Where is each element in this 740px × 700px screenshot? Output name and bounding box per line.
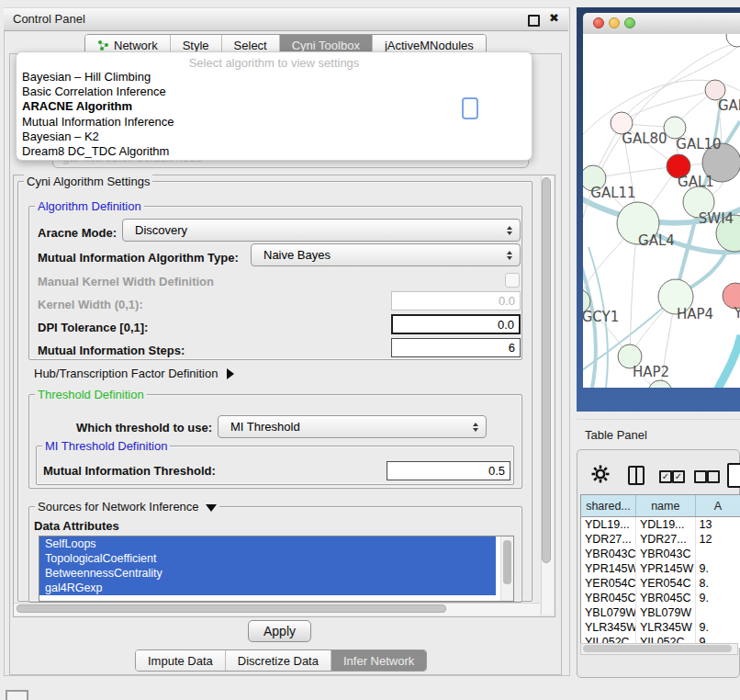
table-cell: 9. [696, 620, 740, 635]
node-label-gcy1: GCY1 [583, 309, 619, 325]
background-combo-fragment [462, 97, 478, 119]
mi-threshold-label: Mutual Information Threshold: [43, 464, 216, 478]
sources-legend-label: Sources for Network Inference [38, 500, 199, 514]
spinner-arrows-icon [473, 423, 478, 432]
screen: Control Panel ✖ NetworkStyleSelectCyni T… [0, 0, 740, 700]
hub-definition-expander[interactable]: Hub/Transcription Factor Definition [34, 367, 234, 380]
kernel-width-field[interactable]: 0.0 [391, 291, 521, 310]
new-column-icon[interactable] [727, 463, 740, 488]
table-header-row: shared...nameA [581, 494, 740, 517]
network-node[interactable] [726, 34, 740, 47]
apply-button[interactable]: Apply [248, 620, 311, 642]
attribute-item-selfloops[interactable]: SelfLoops [39, 536, 496, 551]
tab-infer-network[interactable]: Infer Network [331, 650, 426, 671]
manual-kernel-checkbox[interactable] [505, 273, 520, 288]
table-cell: YBR045C [636, 591, 696, 605]
node-label-gal1: GAL1 [678, 174, 714, 190]
which-threshold-select[interactable]: MI Threshold [218, 415, 487, 438]
close-traffic-light[interactable] [593, 17, 604, 28]
network-node[interactable] [648, 380, 672, 388]
table-row[interactable]: YBL079WYBL079W [581, 605, 740, 620]
panel-divider [577, 419, 740, 420]
table-cell: YDL19... [581, 517, 636, 532]
deselect-column-icon[interactable] [707, 470, 720, 483]
mi-threshold-field[interactable]: 0.5 [387, 461, 510, 480]
split-view-icon[interactable] [628, 466, 645, 485]
cyni-settings-legend: Cyni Algorithm Settings [24, 175, 152, 188]
mi-steps-label: Mutual Information Steps: [38, 344, 185, 357]
algorithm-option-dream8-dc-tdc-algorithm[interactable]: Dream8 DC_TDC Algorithm [17, 144, 532, 159]
network-canvas[interactable]: GALGAL80GAL10GAL1GAL11SWI4GAL4GCY1HAP4YH… [583, 34, 740, 388]
close-icon[interactable]: ✖ [549, 11, 559, 25]
tab-impute-data[interactable]: Impute Data [136, 650, 225, 671]
column-header-shared[interactable]: shared... [581, 495, 636, 516]
table-cell: 13 [696, 517, 740, 532]
data-attributes-list[interactable]: SelfLoopsTopologicalCoefficientBetweenne… [39, 536, 514, 602]
table-cell [696, 547, 740, 561]
aracne-mode-label: Aracne Mode: [38, 226, 117, 240]
table-cell: YER054C [581, 576, 636, 591]
mi-type-label: Mutual Information Algorithm Type: [38, 251, 239, 265]
aracne-mode-value: Discovery [135, 223, 187, 237]
deselect-column-icon[interactable] [694, 470, 707, 483]
node-label-gal80: GAL80 [622, 130, 667, 147]
tab-discretize-data[interactable]: Discretize Data [225, 650, 331, 671]
minimized-panel-icon[interactable] [6, 690, 28, 700]
collapse-down-icon [206, 504, 217, 512]
algorithm-placeholder: Select algorithm to view settings [17, 52, 532, 70]
attribute-item-topologicalcoefficient[interactable]: TopologicalCoefficient [39, 551, 496, 566]
table-horizontal-scrollbar-thumb[interactable] [583, 645, 732, 652]
column-header-name[interactable]: name [636, 495, 696, 516]
algorithm-option-basic-correlation-inference[interactable]: Basic Correlation Inference [17, 85, 532, 99]
network-window-titlebar[interactable] [583, 13, 740, 35]
minimize-traffic-light[interactable] [609, 17, 620, 28]
control-panel-title: Control Panel [13, 12, 85, 26]
settings-horizontal-scrollbar-thumb[interactable] [17, 604, 446, 613]
table-row[interactable]: YBR043CYBR043C [581, 547, 740, 561]
attributes-list-scrollbar-thumb[interactable] [503, 540, 511, 584]
mi-steps-field[interactable]: 6 [391, 338, 521, 357]
table-cell: YLR345W [636, 620, 696, 635]
node-label-y: Y [733, 305, 740, 322]
mi-type-value: Naive Bayes [263, 248, 331, 262]
table-row[interactable]: YLR345WYLR345W9. [581, 620, 740, 635]
algorithm-option-bayesian-hill-climbing[interactable]: Bayesian – Hill Climbing [17, 70, 532, 85]
table-panel-title: Table Panel [585, 428, 647, 442]
table-cell: YPR145W [581, 561, 636, 576]
which-threshold-value: MI Threshold [230, 420, 300, 434]
control-panel-titlebar[interactable]: Control Panel ✖ [4, 7, 568, 31]
attributes-list-scrollbar[interactable] [500, 536, 513, 601]
table-row[interactable]: YER054CYER054C8. [581, 576, 740, 591]
table-cell: YPR145W [636, 561, 696, 576]
network-icon [97, 40, 109, 51]
table-cell: 8. [696, 576, 740, 591]
settings-vertical-scrollbar-thumb[interactable] [542, 177, 551, 563]
dpi-tolerance-field[interactable]: 0.0 [391, 314, 521, 334]
attribute-item-gal4rgexp[interactable]: gal4RGexp [39, 581, 496, 595]
column-header-a[interactable]: A [696, 495, 740, 516]
mi-threshold-legend: MI Threshold Definition [42, 439, 170, 453]
table-row[interactable]: YPR145WYPR145W9. [581, 561, 740, 576]
table-row[interactable]: YDL19...YDL19...13 [581, 517, 740, 532]
algorithm-option-mutual-information-inference[interactable]: Mutual Information Inference [17, 115, 532, 130]
select-column-checked-icon[interactable]: ✓ [659, 470, 672, 483]
mi-type-select[interactable]: Naive Bayes [251, 243, 521, 266]
attribute-item-betweennesscentrality[interactable]: BetweennessCentrality [39, 566, 496, 581]
table-cell: YDR27... [581, 532, 636, 547]
node-attribute-table[interactable]: shared...nameA YDL19...YDL19...13YDR27..… [580, 494, 740, 648]
table-row[interactable]: YDR27...YDR27...12 [581, 532, 740, 547]
algorithm-option-aracne-algorithm[interactable]: ARACNE Algorithm [17, 99, 532, 114]
settings-gear-icon[interactable] [591, 465, 610, 483]
float-window-icon[interactable] [528, 15, 540, 27]
table-row[interactable]: YBR045CYBR045C9. [581, 591, 740, 605]
sources-legend[interactable]: Sources for Network Inference [35, 500, 219, 514]
hub-definition-label: Hub/Transcription Factor Definition [34, 367, 218, 380]
select-column-checked-icon[interactable]: ✓ [672, 470, 685, 483]
aracne-mode-select[interactable]: Discovery [122, 219, 521, 242]
tab-label: Impute Data [148, 654, 213, 668]
table-cell: YBR043C [636, 547, 696, 561]
algorithm-option-bayesian-k2[interactable]: Bayesian – K2 [17, 130, 532, 144]
zoom-traffic-light[interactable] [624, 17, 635, 28]
data-attributes-label: Data Attributes [34, 519, 119, 533]
spinner-arrows-icon [507, 251, 512, 260]
